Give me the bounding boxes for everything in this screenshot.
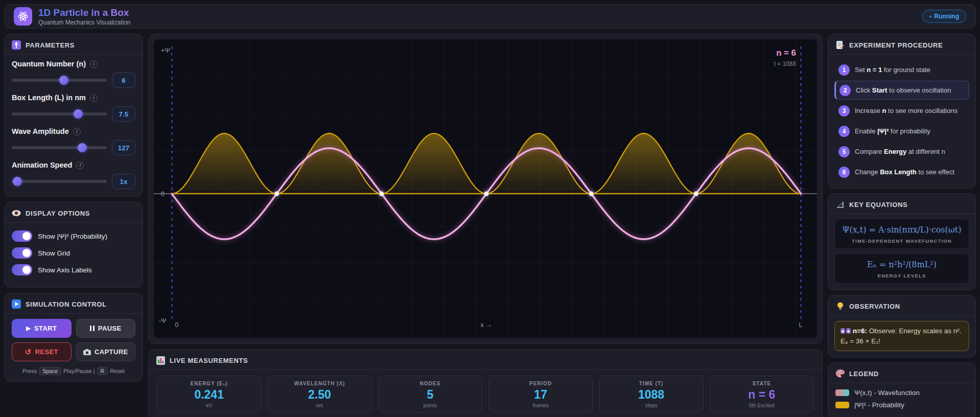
measurement-period: PERIOD 17 frames [488,376,593,413]
parameters-title: PARAMETERS [26,41,75,49]
step-text: Click Start to observe oscillation [856,84,951,95]
start-button[interactable]: ▶ START [12,319,72,338]
step-number: 5 [838,146,850,157]
axis-labels-toggle[interactable] [12,264,32,275]
play-icon: ▶ [26,325,31,332]
eye-icon [12,208,21,218]
procedure-step[interactable]: 6Change Box Length to see effect [834,163,969,181]
keyboard-hint: PressSpacePlay/Pause |RReset [12,367,135,375]
parameter-box-length: Box Length (L) in nmi 7.5 [12,94,135,122]
probability-toggle[interactable] [12,230,32,242]
step-number: 6 [838,167,850,178]
measurement-time: TIME (T) 1088 steps [599,376,703,413]
info-icon[interactable]: i [73,128,81,135]
page-title: 1D Particle in a Box [38,7,131,18]
step-text: Change Box Length to see effect [855,166,954,177]
display-options-title: DISPLAY OPTIONS [26,210,90,217]
procedure-step[interactable]: 3Increase n to see more oscillations [834,101,969,120]
info-icon[interactable]: i [90,60,98,68]
step-text: Increase n to see more oscillations [855,105,958,115]
slider-thumb[interactable] [78,143,87,152]
status-badge: •Running [922,10,966,23]
play-panel-icon [12,299,21,309]
document-pencil-icon [835,40,845,50]
step-text: Set n = 1 for ground state [855,64,930,75]
parameter-quantum-number: Quantum Number (n)i 6 [12,60,135,88]
experiment-procedure-title: EXPERIMENT PROCEDURE [849,41,943,49]
app-header: 1D Particle in a Box Quantum Mechanics V… [4,4,976,29]
simulation-control-title: SIMULATION CONTROL [26,300,107,308]
wavefunction-swatch [835,389,849,396]
equation-wavefunction: Ψ(x,t) = A·sin(nπx/L)·cos(ωt) TIME-DEPEN… [834,219,969,249]
pause-button[interactable]: PAUSE [76,319,136,338]
camera-icon [83,349,91,355]
svg-text:n = 6: n = 6 [776,48,796,58]
legend-item-wavefunction: Ψ(x,t) - Wavefunction [835,389,968,397]
app-root: 1D Particle in a Box Quantum Mechanics V… [0,0,980,417]
step-text: Compare Energy at different n [855,146,945,156]
quantum-number-value: 6 [112,73,135,88]
svg-text:x →: x → [480,321,492,329]
reset-button[interactable]: ↺ RESET [12,342,72,361]
slider-thumb[interactable] [13,177,22,186]
toggle-show-grid: Show Grid [12,247,135,259]
toggle-label: Show Grid [38,249,70,257]
svg-text:0: 0 [175,321,178,329]
animation-speed-slider[interactable] [12,177,107,186]
sliders-icon [12,40,21,50]
header-titles: 1D Particle in a Box Quantum Mechanics V… [38,7,131,26]
info-icon[interactable]: i [90,94,98,102]
step-number: 1 [838,64,850,76]
step-number: 4 [838,126,850,137]
quantum-number-slider[interactable] [12,76,107,85]
box-length-value: 7.5 [112,106,135,122]
parameter-wave-amplitude: Wave Amplitudei 127 [12,127,135,155]
measurement-state: STATE n = 6 5th Excited [710,376,814,413]
measurement-wavelength: WAVELENGTH (Λ) 2.50 nm [267,376,371,413]
key-equations-title: KEY EQUATIONS [849,201,907,208]
box-length-slider[interactable] [12,109,107,119]
lightbulb-icon [835,302,845,311]
legend-title: LEGEND [849,370,879,378]
atom-icon [14,7,32,26]
parameter-animation-speed: Animation Speedi 1x [12,161,135,189]
ruler-icon [835,200,845,209]
legend-item-probability: |Ψ|² - Probability [835,401,968,409]
key-equations-panel: KEY EQUATIONS Ψ(x,t) = A·sin(nπx/L)·cos(… [828,193,976,290]
procedure-step[interactable]: 2Click Start to observe oscillation [834,81,969,100]
reset-icon: ↺ [25,348,32,357]
wave-amplitude-slider[interactable] [12,143,107,152]
slider-thumb[interactable] [59,76,68,85]
plot-area[interactable]: +Ψ0-Ψ0x →Ln = 6t = 1088 [154,39,817,338]
step-number: 2 [839,85,851,96]
param-label: Animation Speed [12,161,72,169]
toggle-label: Show |Ψ|² (Probability) [38,233,107,240]
pause-icon [90,326,95,331]
procedure-step[interactable]: 5Compare Energy at different n [834,142,969,161]
observation-panel: OBSERVATION n=6: Observe: Energy scales … [828,295,976,358]
procedure-step[interactable]: 4Enable |Ψ|² for probability [834,122,969,141]
equation-energy-levels: Eₙ = n²h²/(8mL²) ENERGY LEVELS [834,253,969,284]
simulation-control-panel: SIMULATION CONTROL ▶ START PAUSE ↺ RESET [4,293,143,382]
live-measurements-panel: LIVE MEASUREMENTS ENERGY (Eₙ) 0.241 eV W… [148,349,823,417]
bar-chart-icon [156,356,165,365]
measurement-nodes: NODES 5 points [378,376,482,413]
grid-toggle[interactable] [12,247,32,259]
slider-thumb[interactable] [74,109,83,119]
measurement-energy: ENERGY (Eₙ) 0.241 eV [157,376,261,413]
probability-swatch [835,402,849,408]
animation-speed-value: 1x [112,174,135,189]
info-icon[interactable]: i [76,161,84,169]
toggle-show-probability: Show |Ψ|² (Probability) [12,230,135,242]
procedure-steps-list: 1Set n = 1 for ground state2Click Start … [828,55,975,188]
svg-text:L: L [799,321,803,329]
step-number: 3 [838,105,850,117]
r-key: R [97,367,108,375]
capture-button[interactable]: CAPTURE [76,342,136,361]
svg-text:t = 1088: t = 1088 [774,60,796,67]
procedure-step[interactable]: 1Set n = 1 for ground state [834,60,969,79]
observation-note: n=6: Observe: Energy scales as n². E₆ = … [834,321,969,351]
binoculars-icon [841,328,851,334]
toggle-label: Show Axis Labels [38,266,92,274]
parameters-panel: PARAMETERS Quantum Number (n)i 6 Box Len… [4,34,143,197]
